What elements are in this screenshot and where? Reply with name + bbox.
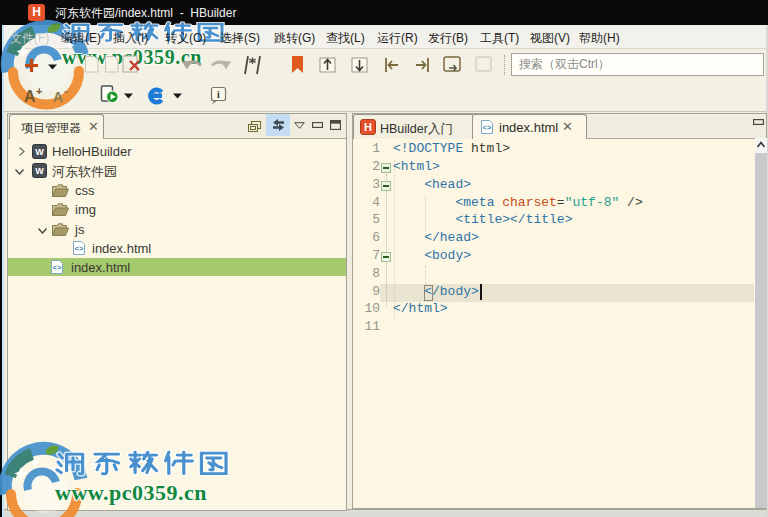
svg-text:H: H [364,121,372,133]
svg-text:<>: <> [52,264,62,272]
svg-text:A: A [24,88,36,105]
svg-text:W: W [35,147,44,157]
svg-text:W: W [35,166,44,176]
svg-text:<>: <> [74,245,84,253]
svg-text:i: i [217,89,220,100]
svg-text:+: + [36,85,42,97]
svg-text:-: - [64,85,68,99]
svg-text:A: A [53,89,63,105]
svg-text:<>: <> [482,124,492,132]
